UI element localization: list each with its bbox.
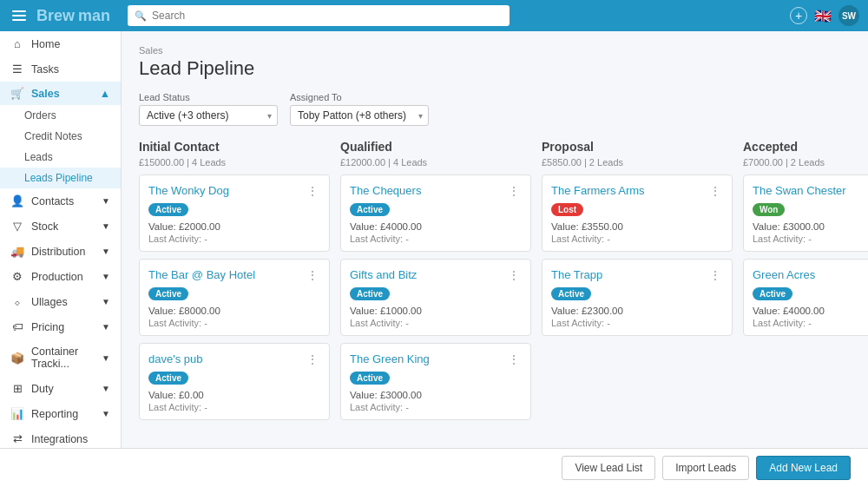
sidebar-item-tasks[interactable]: ☰ Tasks bbox=[0, 56, 121, 82]
card-header: Green Acres⋮ bbox=[753, 268, 868, 282]
sidebar-item-duty[interactable]: ⊞ Duty ▼ bbox=[0, 376, 121, 401]
kanban-card: The Bar @ Bay Hotel⋮ActiveValue: £8000.0… bbox=[139, 259, 330, 336]
card-header: The Wonky Dog⋮ bbox=[148, 184, 320, 198]
assigned-to-filter: Assigned To Toby Patton (+8 others) bbox=[290, 92, 429, 126]
sidebar-reporting-label: Reporting bbox=[31, 408, 78, 420]
card-title[interactable]: The Swan Chester bbox=[753, 184, 868, 197]
add-button[interactable]: + bbox=[790, 7, 807, 24]
card-activity: Last Activity: - bbox=[350, 234, 522, 244]
card-header: The Swan Chester⋮ bbox=[753, 184, 868, 198]
view-lead-list-button[interactable]: View Lead List bbox=[562, 456, 655, 480]
card-title[interactable]: The Trapp bbox=[551, 268, 707, 281]
card-menu-icon[interactable]: ⋮ bbox=[305, 268, 320, 282]
distribution-icon: 🚚 bbox=[10, 245, 24, 258]
card-title[interactable]: dave's pub bbox=[148, 352, 305, 365]
sales-chevron-icon: ▲ bbox=[100, 88, 110, 100]
sidebar-item-pricing[interactable]: 🏷 Pricing ▼ bbox=[0, 314, 121, 339]
card-menu-icon[interactable]: ⋮ bbox=[707, 184, 723, 198]
card-header: The Bar @ Bay Hotel⋮ bbox=[148, 268, 320, 282]
logo-text: Brew bbox=[36, 7, 75, 25]
pricing-chevron-icon: ▼ bbox=[102, 322, 110, 332]
production-chevron-icon: ▼ bbox=[102, 272, 110, 281]
sidebar-tasks-label: Tasks bbox=[31, 63, 59, 76]
integrations-icon: ⇄ bbox=[10, 432, 24, 445]
card-menu-icon[interactable]: ⋮ bbox=[305, 184, 320, 198]
bottom-bar: View Lead List Import Leads Add New Lead bbox=[0, 448, 868, 487]
kanban-card: The Farmers Arms⋮LostValue: £3550.00Last… bbox=[542, 174, 733, 252]
card-title[interactable]: The Bar @ Bay Hotel bbox=[148, 268, 305, 281]
search-icon: 🔍 bbox=[135, 10, 147, 22]
card-activity: Last Activity: - bbox=[551, 318, 723, 328]
lead-status-filter: Lead Status Active (+3 others) bbox=[139, 92, 278, 126]
kanban-col-proposal: Proposal£5850.00 | 2 LeadsThe Farmers Ar… bbox=[542, 140, 733, 448]
sidebar-item-production[interactable]: ⚙ Production ▼ bbox=[0, 264, 121, 289]
lead-status-select[interactable]: Active (+3 others) bbox=[139, 105, 278, 126]
stock-chevron-icon: ▼ bbox=[102, 221, 110, 231]
card-title[interactable]: The Wonky Dog bbox=[148, 184, 305, 197]
card-menu-icon[interactable]: ⋮ bbox=[506, 184, 522, 198]
reporting-icon: 📊 bbox=[10, 407, 24, 420]
sidebar-item-home[interactable]: ⌂ Home bbox=[0, 31, 121, 56]
card-menu-icon[interactable]: ⋮ bbox=[506, 352, 522, 366]
search-wrapper-nav: 🔍 bbox=[128, 5, 510, 26]
pricing-icon: 🏷 bbox=[10, 320, 24, 333]
breadcrumb: Sales bbox=[139, 45, 851, 56]
card-title[interactable]: The Green King bbox=[350, 352, 506, 365]
hamburger-menu[interactable] bbox=[9, 7, 30, 24]
contacts-chevron-icon: ▼ bbox=[102, 196, 110, 206]
import-leads-button[interactable]: Import Leads bbox=[662, 456, 749, 480]
sidebar-home-label: Home bbox=[31, 38, 60, 50]
duty-icon: ⊞ bbox=[10, 382, 24, 395]
card-title[interactable]: Green Acres bbox=[753, 268, 868, 281]
main-content: Sales Lead Pipeline Lead Status Active (… bbox=[122, 31, 868, 448]
sidebar-sub-orders[interactable]: Orders bbox=[0, 105, 121, 126]
sidebar: ⌂ Home ☰ Tasks 🛒 Sales ▲ Orders Credit N… bbox=[0, 31, 122, 448]
avatar[interactable]: SW bbox=[838, 5, 859, 26]
kanban-board: Initial Contact£15000.00 | 4 LeadsThe Wo… bbox=[139, 140, 851, 448]
sidebar-item-reporting[interactable]: 📊 Reporting ▼ bbox=[0, 401, 121, 426]
assigned-to-select[interactable]: Toby Patton (+8 others) bbox=[290, 105, 429, 126]
kanban-col-initial-contact: Initial Contact£15000.00 | 4 LeadsThe Wo… bbox=[139, 140, 330, 448]
status-badge: Lost bbox=[551, 203, 583, 216]
kanban-card: Green Acres⋮ActiveValue: £4000.00Last Ac… bbox=[743, 259, 868, 336]
card-menu-icon[interactable]: ⋮ bbox=[506, 268, 522, 282]
card-header: The Chequers⋮ bbox=[350, 184, 522, 198]
sidebar-sub-leads[interactable]: Leads bbox=[0, 147, 121, 168]
col-meta-initial-contact: £15000.00 | 4 Leads bbox=[139, 157, 330, 168]
col-header-initial-contact: Initial Contact bbox=[139, 140, 330, 154]
card-header: Gifts and Bitz⋮ bbox=[350, 268, 522, 282]
col-header-accepted: Accepted bbox=[743, 140, 868, 154]
card-menu-icon[interactable]: ⋮ bbox=[305, 352, 320, 366]
card-title[interactable]: The Farmers Arms bbox=[551, 184, 707, 197]
card-menu-icon[interactable]: ⋮ bbox=[707, 268, 723, 282]
col-header-qualified: Qualified bbox=[340, 140, 531, 154]
status-badge: Active bbox=[350, 372, 390, 385]
status-badge: Active bbox=[148, 372, 188, 385]
card-activity: Last Activity: - bbox=[753, 318, 868, 328]
sidebar-item-sales[interactable]: 🛒 Sales ▲ bbox=[0, 82, 121, 105]
sidebar-sub-credit-notes[interactable]: Credit Notes bbox=[0, 126, 121, 147]
card-header: dave's pub⋮ bbox=[148, 352, 320, 366]
sidebar-item-distribution[interactable]: 🚚 Distribution ▼ bbox=[0, 239, 121, 264]
sidebar-item-container[interactable]: 📦 Container Tracki... ▼ bbox=[0, 339, 121, 376]
search-input[interactable] bbox=[128, 5, 510, 26]
top-nav-right: + 🇬🇧 SW bbox=[790, 5, 859, 26]
sidebar-pricing-label: Pricing bbox=[31, 321, 64, 333]
add-new-lead-button[interactable]: Add New Lead bbox=[756, 456, 851, 480]
assigned-to-label: Assigned To bbox=[290, 92, 429, 102]
kanban-card: The Wonky Dog⋮ActiveValue: £2000.00Last … bbox=[139, 174, 330, 252]
sidebar-item-integrations[interactable]: ⇄ Integrations bbox=[0, 426, 121, 448]
sidebar-sub-leads-pipeline[interactable]: Leads Pipeline bbox=[0, 168, 121, 188]
sidebar-contacts-label: Contacts bbox=[31, 195, 74, 207]
sidebar-item-contacts[interactable]: 👤 Contacts ▼ bbox=[0, 188, 121, 214]
card-activity: Last Activity: - bbox=[350, 318, 522, 328]
card-value: Value: £4000.00 bbox=[753, 306, 868, 316]
card-title[interactable]: The Chequers bbox=[350, 184, 506, 197]
status-badge: Active bbox=[551, 287, 591, 300]
sidebar-item-stock[interactable]: ▽ Stock ▼ bbox=[0, 214, 121, 239]
card-header: The Trapp⋮ bbox=[551, 268, 723, 282]
card-value: Value: £0.00 bbox=[148, 390, 320, 400]
sidebar-item-ullages[interactable]: ⬦ Ullages ▼ bbox=[0, 289, 121, 314]
card-title[interactable]: Gifts and Bitz bbox=[350, 268, 506, 281]
logo-accent: man bbox=[78, 7, 110, 25]
